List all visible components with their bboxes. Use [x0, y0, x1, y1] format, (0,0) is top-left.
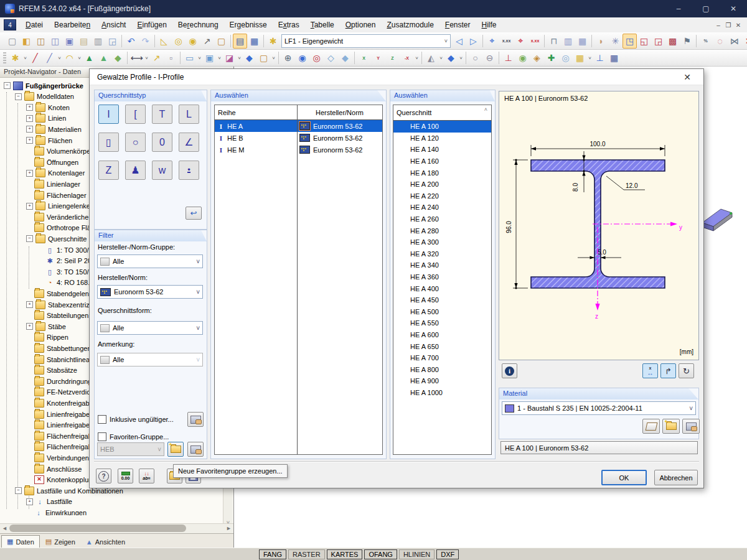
- section-row[interactable]: HE A 340: [393, 259, 491, 271]
- column-header-norm[interactable]: Hersteller/Norm: [297, 109, 382, 116]
- type-corrugated-profile-button[interactable]: w: [152, 161, 172, 180]
- node-new-icon[interactable]: ✱: [8, 50, 22, 65]
- norm-group-combo[interactable]: Alle ˅: [97, 254, 203, 268]
- tree-item[interactable]: ✱2: Seil P 20: [37, 256, 92, 266]
- solid-icon[interactable]: ◆: [242, 50, 256, 65]
- cancel-button[interactable]: Abbrechen: [654, 470, 698, 485]
- line-new-icon[interactable]: ╱: [28, 50, 42, 65]
- reset-type-button[interactable]: ↩: [186, 207, 202, 220]
- status-toggle-raster[interactable]: RASTER: [288, 549, 325, 559]
- tree-item[interactable]: Linienlager: [26, 179, 80, 189]
- dropdown-arrow-icon[interactable]: ˅: [22, 51, 28, 65]
- handshake-icon[interactable]: ◗: [594, 34, 608, 49]
- toolbar-grip[interactable]: [3, 52, 6, 63]
- new-file-icon[interactable]: ▢: [5, 34, 19, 49]
- new-favorites-group-button[interactable]: [167, 442, 184, 457]
- expand-icon[interactable]: +: [26, 115, 33, 122]
- minimize-button[interactable]: –: [665, 0, 692, 17]
- dialog-title-bar[interactable]: Gewalzte Profile - I-Profile ✕: [90, 69, 703, 85]
- type-angle-profile-button[interactable]: ∠: [179, 133, 199, 152]
- pin-icon[interactable]: ⌖: [485, 34, 499, 49]
- dropdown-arrow-icon[interactable]: ˅: [57, 51, 62, 65]
- expand-icon[interactable]: +: [26, 203, 33, 210]
- expand-icon[interactable]: +: [26, 170, 33, 177]
- section-row[interactable]: HE A 100: [393, 121, 491, 133]
- material-new-button[interactable]: [662, 419, 680, 434]
- prev-loadcase-icon[interactable]: ◁: [452, 34, 466, 49]
- tree-item[interactable]: ↓Einwirkungen: [26, 507, 87, 515]
- mdi-restore-icon[interactable]: ❐: [723, 21, 733, 29]
- section-preview[interactable]: HE A 100 | Euronorm 53-62 100.0: [499, 91, 699, 360]
- scroll-left-icon[interactable]: ◄: [0, 524, 9, 533]
- rotate-section-button[interactable]: ↻: [679, 363, 694, 378]
- tree-item[interactable]: −Querschnitte: [26, 233, 87, 244]
- type-pipe-profile-button[interactable]: ○: [125, 133, 146, 152]
- grid-icon[interactable]: ▩: [665, 34, 680, 49]
- section-row[interactable]: HE A 500: [393, 306, 491, 318]
- menu-berechnung[interactable]: Berechnung: [172, 18, 224, 32]
- status-toggle-fang[interactable]: FANG: [259, 549, 286, 559]
- tree-item[interactable]: Anschlüsse: [26, 464, 82, 474]
- edit-favorites-button[interactable]: [187, 442, 204, 457]
- dimension-icon[interactable]: ⟷: [129, 50, 144, 65]
- section-row[interactable]: HE A 360: [393, 271, 491, 283]
- ok-button[interactable]: OK: [601, 470, 647, 485]
- collapse-icon[interactable]: −: [4, 82, 11, 89]
- target2-icon[interactable]: ◉: [186, 34, 200, 49]
- rect-select-icon[interactable]: ▭: [182, 50, 197, 65]
- dropdown-arrow-icon[interactable]: ˅: [144, 51, 149, 65]
- comment-button[interactable]: ↓↓ab=: [139, 469, 154, 483]
- solid-render-icon[interactable]: ◆: [444, 50, 458, 65]
- column-header-querschnitt[interactable]: Querschnitt: [393, 109, 431, 116]
- show-dimensions-button[interactable]: x↔: [642, 363, 658, 378]
- panel2-icon[interactable]: ▦: [575, 34, 590, 49]
- favorites-group-checkbox[interactable]: Favoriten-Gruppe...: [98, 432, 169, 441]
- tree-item[interactable]: Rippen: [26, 332, 68, 343]
- status-toggle-hlinien[interactable]: HLINIEN: [399, 549, 435, 559]
- lens2-icon[interactable]: ◎: [558, 50, 573, 65]
- collapse-icon[interactable]: −: [15, 487, 22, 494]
- shape-combo[interactable]: Alle ˅: [97, 321, 203, 335]
- flag-icon[interactable]: ⚑: [680, 34, 694, 49]
- norm-combo[interactable]: Euronorm 53-62 ˅: [97, 285, 203, 299]
- section2-icon[interactable]: ⊥: [593, 50, 607, 65]
- status-toggle-dxf[interactable]: DXF: [436, 549, 459, 559]
- menu-hilfe[interactable]: Hilfe: [476, 18, 502, 32]
- material-edit-button[interactable]: [682, 419, 700, 434]
- menu-ansicht[interactable]: Ansicht: [96, 18, 131, 32]
- select-box-icon[interactable]: ▫: [164, 50, 178, 65]
- menu-ergebnisse[interactable]: Ergebnisse: [224, 18, 273, 32]
- scrollbar-thumb[interactable]: [9, 525, 186, 532]
- maximize-button[interactable]: ▢: [692, 0, 720, 17]
- tree-item[interactable]: Verbindungen: [26, 452, 89, 463]
- target-icon[interactable]: ◎: [171, 34, 186, 49]
- menu-fenster[interactable]: Fenster: [439, 18, 476, 32]
- menu-einfügen[interactable]: Einfügen: [131, 18, 172, 32]
- menu-extras[interactable]: Extras: [273, 18, 305, 32]
- section-row[interactable]: HE A 200: [393, 179, 491, 190]
- expand-icon[interactable]: +: [26, 323, 33, 330]
- next-loadcase-icon[interactable]: ▷: [466, 34, 481, 49]
- section-row[interactable]: HE A 450: [393, 294, 491, 306]
- help-button[interactable]: ?: [96, 469, 111, 483]
- type-oval-profile-button[interactable]: 0: [152, 133, 172, 152]
- clamp-icon[interactable]: ⊓: [547, 34, 561, 49]
- values-red-icon[interactable]: x.xx: [528, 34, 542, 49]
- section-row[interactable]: HE A 800: [393, 363, 491, 375]
- menu-tabelle[interactable]: Tabelle: [305, 18, 340, 32]
- render-icon[interactable]: ◭: [424, 50, 438, 65]
- section-row[interactable]: HE A 300: [393, 236, 491, 248]
- undo-icon[interactable]: ↶: [124, 34, 138, 49]
- axis-x-icon[interactable]: X: [357, 50, 371, 65]
- type-l-profile-button[interactable]: L: [179, 105, 199, 124]
- units-button[interactable]: 0.00: [118, 469, 133, 483]
- section-row[interactable]: HE A 240: [393, 202, 491, 213]
- group-icon[interactable]: ▦: [573, 50, 587, 65]
- mdi-minimize-icon[interactable]: –: [713, 21, 723, 29]
- dropdown-arrow-icon[interactable]: ˅: [237, 51, 242, 65]
- status-toggle-kartes[interactable]: KARTES: [327, 549, 363, 559]
- tree-item[interactable]: Stabbettungen: [26, 343, 92, 353]
- frame-icon[interactable]: ▣: [202, 50, 217, 65]
- section-row[interactable]: HE A 260: [393, 213, 491, 225]
- expand-icon[interactable]: +: [26, 104, 33, 111]
